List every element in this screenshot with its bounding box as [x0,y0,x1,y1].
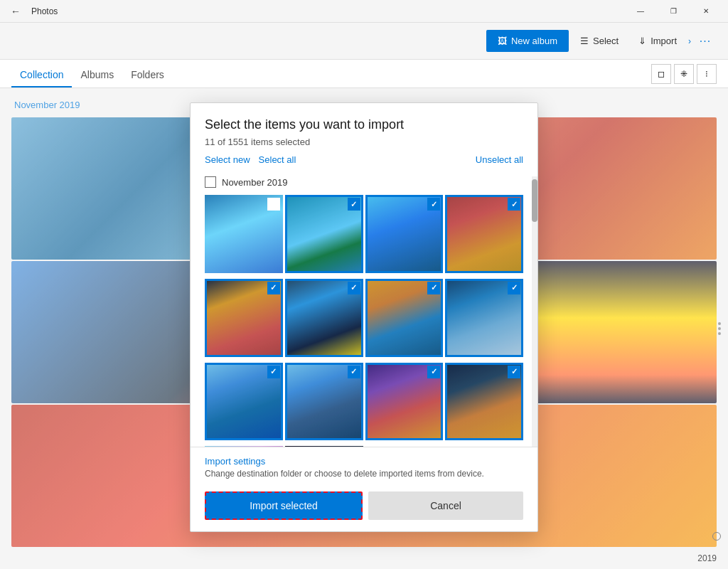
photo-grid-row-1 [205,195,523,273]
photo-checkbox-9[interactable] [267,366,280,378]
photo-item-7[interactable] [365,279,444,357]
select-button[interactable]: ☰ Select [572,30,627,52]
main-content: November 2019 2019 Select the items you … [0,88,728,569]
photo-item-3[interactable] [365,195,444,273]
dialog-subtitle: 11 of 1551 items selected [205,137,523,147]
title-bar: ← Photos — ❐ ✕ [0,0,728,23]
dialog-scroll-container: November 2019 [191,176,537,447]
photo-checkbox-3[interactable] [427,198,440,211]
unselect-all-link[interactable]: Unselect all [476,154,523,165]
import-settings-section: Import settings Change destination folde… [191,447,537,484]
nav-tabs: Collection Albums Folders ◻ ⁜ ⁝ [0,60,728,88]
scroll-track [532,176,537,447]
chevron-icon: › [688,36,691,46]
photo-checkbox-11[interactable] [427,366,440,378]
import-settings-desc: Change destination folder or choose to d… [205,469,523,479]
photo-item-2[interactable] [285,195,363,273]
photo-item-5[interactable] [205,279,283,357]
tab-collection[interactable]: Collection [11,63,72,87]
import-settings-link[interactable]: Import settings [205,456,523,467]
tab-folders[interactable]: Folders [122,63,173,87]
photo-item-8[interactable] [445,279,523,357]
dialog-title: Select the items you want to import [205,117,523,132]
partial-row [205,446,523,447]
photo-item-1[interactable] [205,195,283,273]
restore-button[interactable]: ❐ [657,0,690,23]
dialog-header: Select the items you want to import 11 o… [191,103,537,176]
photo-checkbox-4[interactable] [508,198,520,211]
import-icon: ⇓ [638,36,646,46]
photo-item-14[interactable] [285,446,363,447]
dialog-footer: Import selected Cancel [191,484,537,531]
new-album-icon: 🖼 [498,36,507,46]
modal-overlay: Select the items you want to import 11 o… [0,88,728,569]
tab-albums[interactable]: Albums [72,63,122,87]
window-controls: — ❐ ✕ [624,0,722,23]
photo-checkbox-8[interactable] [508,282,520,294]
more-options-button[interactable]: ··· [694,30,717,53]
photo-checkbox-10[interactable] [348,366,360,378]
photo-item-11[interactable] [365,363,444,441]
photo-checkbox-1[interactable] [267,198,280,211]
photo-thumb-14 [285,446,363,447]
photo-item-4[interactable] [445,195,523,273]
month-checkbox-row: November 2019 [205,176,523,188]
photo-item-10[interactable] [285,363,363,441]
app-title: Photos [31,6,58,16]
new-album-button[interactable]: 🖼 New album [486,30,569,52]
scroll-thumb[interactable] [532,179,537,222]
toolbar: 🖼 New album ☰ Select ⇓ Import › ··· [0,23,728,60]
photo-item-12[interactable] [445,363,523,441]
back-button[interactable]: ← [6,1,26,21]
select-links: Select new Select all [205,154,296,165]
view-square-button[interactable]: ◻ [651,64,671,84]
import-button[interactable]: ⇓ Import [630,30,685,52]
title-bar-left: ← Photos [6,1,58,21]
photo-checkbox-7[interactable] [427,282,440,294]
photo-checkbox-12[interactable] [508,366,520,378]
import-dialog: Select the items you want to import 11 o… [190,102,538,532]
select-all-link[interactable]: Select all [259,154,296,165]
select-new-link[interactable]: Select new [205,154,250,165]
photo-item-9[interactable] [205,363,283,441]
photo-checkbox-5[interactable] [267,282,280,294]
photo-thumb-13 [205,446,283,447]
photo-item-13[interactable] [205,446,283,447]
month-checkbox-label: November 2019 [222,177,288,188]
minimize-button[interactable]: — [624,0,657,23]
photo-grid-row-2 [205,279,523,357]
select-icon: ☰ [580,36,589,46]
dialog-actions-top: Select new Select all Unselect all [205,154,523,165]
photo-checkbox-2[interactable] [348,198,360,211]
view-grid-button[interactable]: ⁜ [674,64,694,84]
view-list-button[interactable]: ⁝ [697,64,717,84]
import-selected-button[interactable]: Import selected [205,491,363,520]
photo-grid-row-3 [205,363,523,441]
cancel-button[interactable]: Cancel [368,491,523,520]
dialog-scroll-inner[interactable]: November 2019 [191,176,537,447]
photo-item-6[interactable] [285,279,363,357]
view-controls: ◻ ⁜ ⁝ [651,64,717,84]
close-button[interactable]: ✕ [690,0,722,23]
photo-checkbox-6[interactable] [348,282,360,294]
month-checkbox[interactable] [205,176,216,188]
